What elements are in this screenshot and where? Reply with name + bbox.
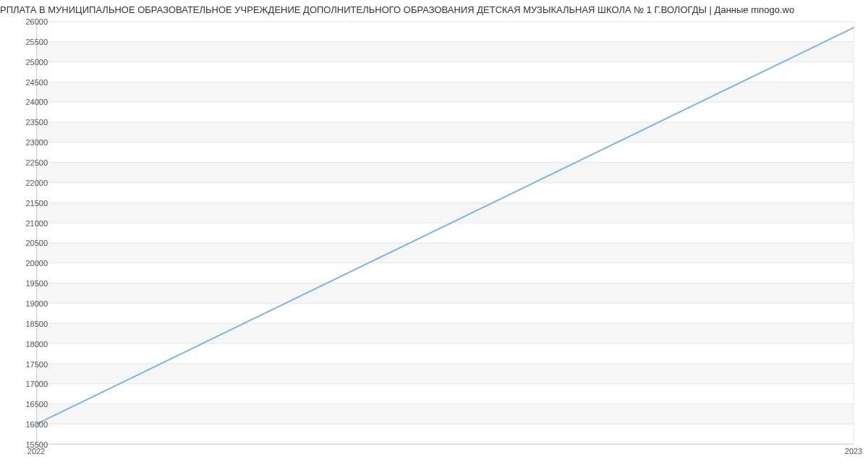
y-tick-label: 25000 [19, 58, 48, 67]
y-tick-label: 16000 [19, 420, 48, 429]
y-tick-label: 23000 [19, 138, 48, 147]
x-tick-label: 2023 [845, 447, 862, 456]
chart-title: РПЛАТА В МУНИЦИПАЛЬНОЕ ОБРАЗОВАТЕЛЬНОЕ У… [0, 4, 868, 15]
svg-rect-8 [37, 82, 854, 102]
y-tick-label: 19000 [19, 299, 48, 308]
y-tick-label: 17500 [19, 360, 48, 369]
chart-plot-area [36, 22, 854, 445]
y-tick-label: 26000 [19, 17, 48, 26]
y-tick-label: 18000 [19, 340, 48, 349]
chart-svg [37, 22, 854, 444]
y-tick-label: 22500 [19, 158, 48, 167]
y-tick-label: 19500 [19, 279, 48, 288]
svg-rect-2 [37, 323, 854, 343]
y-tick-label: 21000 [19, 219, 48, 228]
y-tick-label: 24000 [19, 98, 48, 106]
y-tick-label: 25500 [19, 38, 48, 46]
svg-rect-0 [37, 403, 854, 424]
svg-rect-9 [37, 42, 854, 62]
y-tick-label: 20000 [19, 259, 48, 268]
y-tick-label: 20500 [19, 239, 48, 247]
svg-rect-5 [37, 202, 854, 223]
svg-rect-1 [37, 364, 854, 384]
y-tick-label: 16500 [19, 400, 48, 409]
y-tick-label: 18500 [19, 320, 48, 328]
svg-rect-6 [37, 163, 854, 183]
y-tick-label: 22000 [19, 179, 48, 187]
svg-rect-3 [37, 283, 854, 304]
y-tick-label: 17000 [19, 380, 48, 388]
y-tick-label: 24500 [19, 78, 48, 87]
y-tick-label: 21500 [19, 199, 48, 208]
x-tick-label: 2022 [27, 447, 45, 456]
svg-rect-7 [37, 122, 854, 142]
y-tick-label: 23500 [19, 118, 48, 127]
svg-rect-4 [37, 243, 854, 263]
